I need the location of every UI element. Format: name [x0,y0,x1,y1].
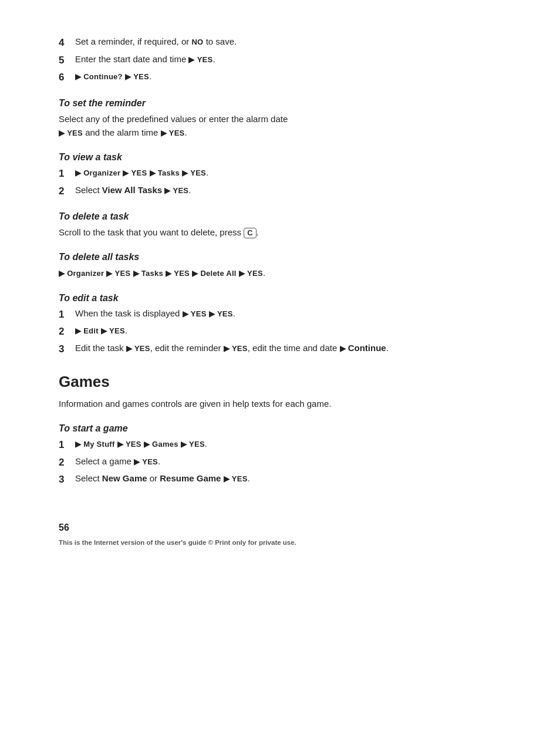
step-number: 1 [59,166,75,181]
keyword-yes: YES [169,129,185,137]
list-item: 6 ▶ Continue? ▶ YES. [59,70,490,85]
footer-note: This is the Internet version of the user… [59,539,296,546]
section-heading: To view a task [59,152,490,163]
step-number: 1 [59,437,75,453]
arrow-icon: ▶ [166,269,171,278]
arrow-icon: ▶ [134,457,140,466]
keyword-yes: YES [217,309,233,318]
games-body: Information and games controls are given… [59,397,490,410]
step-number: 3 [59,342,75,357]
step-number: 3 [59,472,75,487]
section-body: Scroll to the task that you want to dele… [59,225,490,239]
list-item: 2 Select a game ▶ YES. [59,455,490,470]
keyword: Organizer [83,168,120,177]
list-item: 5 Enter the start date and time ▶ YES. [59,53,490,68]
step-text: ▶ Organizer ▶ YES ▶ Tasks ▶ YES. [75,166,208,181]
list-item: 2 ▶ Edit ▶ YES. [59,324,490,339]
step-text: ▶ Continue? ▶ YES. [75,70,151,85]
keyword: Games [152,440,178,449]
keyword: My Stuff [83,440,114,449]
arrow-icon: ▶ [125,72,131,81]
step-text: Enter the start date and time ▶ YES. [75,53,215,68]
section-body: Select any of the predefined values or e… [59,112,490,140]
arrow-icon: ▶ [123,168,129,177]
keyword: Tasks [141,269,163,278]
arrow-icon: ▶ [192,269,198,278]
section-heading: To set the reminder [59,98,490,109]
keyword-yes: YES [232,474,248,483]
section-heading: To delete a task [59,211,490,222]
keyword-yes: YES [142,457,158,466]
step-text: Select View All Tasks ▶ YES. [75,184,191,199]
arrow-icon: ▶ [106,269,112,278]
keyword: Edit [83,326,99,335]
step-number: 6 [59,70,75,85]
list-item: 3 Select New Game or Resume Game ▶ YES. [59,472,490,487]
keyword-yes: YES [109,326,125,335]
section-heading: To start a game [59,423,490,434]
view-task-list: 1 ▶ Organizer ▶ YES ▶ Tasks ▶ YES. 2 Sel… [59,166,490,198]
step-text: ▶ My Stuff ▶ YES ▶ Games ▶ YES. [75,437,207,453]
edit-task-section: To edit a task 1 When the task is displa… [59,293,490,357]
keyword-yes: YES [247,269,263,278]
page-content: 4 Set a reminder, if required, or NO to … [59,35,490,547]
keyword-yes: YES [191,309,207,318]
bold-text: New Game [102,473,147,483]
arrow-icon: ▶ [182,168,188,177]
step-number: 2 [59,455,75,470]
arrow-icon: ▶ [224,474,230,483]
arrow-icon: ▶ [183,309,188,318]
step-number: 1 [59,307,75,322]
arrow-icon: ▶ [101,326,107,335]
list-item: 1 ▶ Organizer ▶ YES ▶ Tasks ▶ YES. [59,166,490,181]
intro-list: 4 Set a reminder, if required, or NO to … [59,35,490,85]
list-item: 2 Select View All Tasks ▶ YES. [59,184,490,199]
section-body: ▶ Organizer ▶ YES ▶ Tasks ▶ YES ▶ Delete… [59,266,490,279]
step-text: Edit the task ▶ YES, edit the reminder ▶… [75,342,389,357]
keyword-yes: YES [131,168,147,177]
arrow-icon: ▶ [59,129,65,137]
arrow-icon: ▶ [126,344,132,353]
list-item: 3 Edit the task ▶ YES, edit the reminder… [59,342,490,357]
step-number: 5 [59,53,75,68]
keyword-yes: YES [115,269,131,278]
games-section: Games Information and games controls are… [59,373,490,410]
keyword: Organizer [67,269,104,278]
keyword-yes: YES [197,55,213,64]
arrow-icon: ▶ [75,168,81,177]
bold-text: View All Tasks [102,185,162,195]
keyword-yes: YES [190,168,206,177]
arrow-icon: ▶ [75,326,81,335]
arrow-icon: ▶ [75,440,81,449]
step-number: 2 [59,324,75,339]
step-number: 2 [59,184,75,199]
arrow-icon: ▶ [209,309,215,318]
arrow-icon: ▶ [239,269,245,278]
list-item: 4 Set a reminder, if required, or NO to … [59,35,490,50]
arrow-icon: ▶ [224,344,230,353]
step-text: Select New Game or Resume Game ▶ YES. [75,472,250,487]
page-footer: 56 This is the Internet version of the u… [59,522,490,547]
arrow-icon: ▶ [133,269,139,278]
step-number: 4 [59,35,75,50]
arrow-icon: ▶ [144,440,150,449]
keyword-yes: YES [173,186,188,195]
arrow-icon: ▶ [75,72,81,81]
keyword-yes: YES [232,344,248,353]
keyword-yes: YES [174,269,190,278]
step-text: ▶ Edit ▶ YES. [75,324,127,339]
games-heading: Games [59,373,490,391]
keyword: Tasks [158,168,180,177]
step-text: When the task is displayed ▶ YES ▶ YES. [75,307,235,322]
bold-text: Continue [348,343,386,353]
delete-task-section: To delete a task Scroll to the task that… [59,211,490,239]
arrow-icon: ▶ [340,344,346,353]
start-game-section: To start a game 1 ▶ My Stuff ▶ YES ▶ Gam… [59,423,490,487]
keyword-no: NO [191,38,203,46]
view-task-section: To view a task 1 ▶ Organizer ▶ YES ▶ Tas… [59,152,490,198]
arrow-icon: ▶ [59,269,65,278]
page-number: 56 [59,522,490,533]
arrow-icon: ▶ [181,440,187,449]
arrow-icon: ▶ [150,168,156,177]
list-item: 1 When the task is displayed ▶ YES ▶ YES… [59,307,490,322]
